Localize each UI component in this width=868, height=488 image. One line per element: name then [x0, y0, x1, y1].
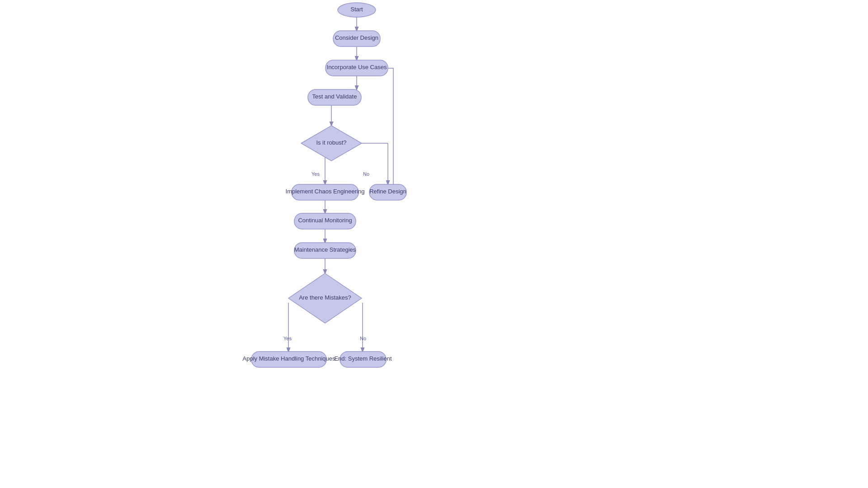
- yes-label-robust: Yes: [311, 171, 320, 177]
- test-validate-label: Test and Validate: [312, 93, 357, 100]
- arrow-refine-loop: [380, 68, 393, 192]
- implement-chaos-label: Implement Chaos Engineering: [286, 188, 365, 195]
- refine-design-label: Refine Design: [369, 188, 406, 195]
- yes-label-mistakes: Yes: [283, 336, 292, 341]
- consider-design-label: Consider Design: [335, 34, 378, 41]
- start-label: Start: [350, 6, 363, 13]
- flowchart-container: Start Consider Design Incorporate Use Ca…: [0, 0, 868, 488]
- no-label-robust: No: [363, 171, 369, 177]
- are-there-mistakes-label: Are there Mistakes?: [299, 294, 351, 301]
- end-system-resilient-label: End: System Resilient: [334, 355, 392, 362]
- continual-monitoring-label: Continual Monitoring: [298, 217, 352, 224]
- maintenance-strategies-label: Maintenance Strategies: [294, 246, 356, 253]
- is-robust-label: Is it robust?: [316, 139, 346, 146]
- incorporate-use-cases-label: Incorporate Use Cases: [327, 64, 387, 70]
- apply-mistake-handling-label: Apply Mistake Handling Techniques: [243, 355, 335, 362]
- no-label-mistakes: No: [360, 336, 366, 341]
